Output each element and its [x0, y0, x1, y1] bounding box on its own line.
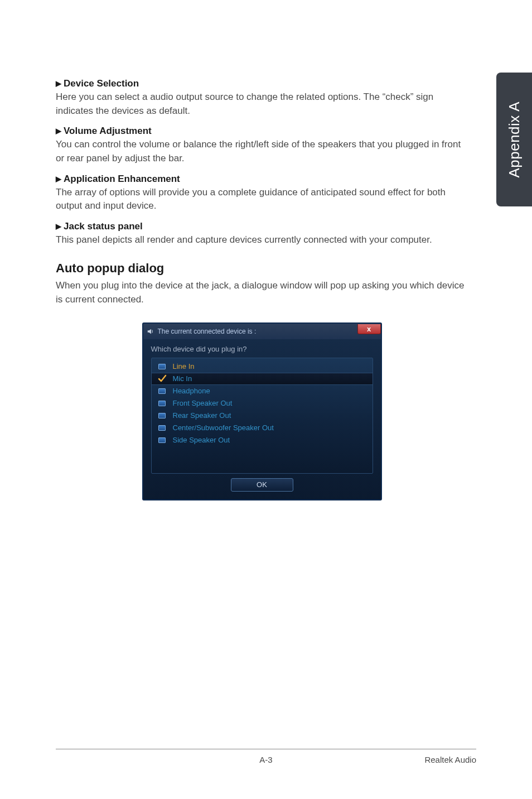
- appendix-side-tab: Appendix A: [496, 73, 532, 206]
- dialog-titlebar: The current connected device is : x: [143, 324, 381, 339]
- close-button[interactable]: x: [357, 324, 381, 334]
- checkmark-icon: [157, 375, 167, 383]
- page-container: Appendix A ▶Device Selection Here you ca…: [0, 0, 532, 799]
- section-body-text: Here you can select a audio output sourc…: [56, 90, 468, 118]
- section-title-text: Jack status panel: [64, 221, 143, 232]
- section-body-text: The array of options will provide you a …: [56, 186, 468, 213]
- dialog-footer: OK: [151, 474, 373, 493]
- unchecked-icon: [157, 363, 167, 370]
- unchecked-icon: [157, 412, 167, 420]
- section-title-text: Device Selection: [64, 78, 139, 89]
- device-row[interactable]: Mic In: [152, 373, 373, 385]
- content-area: ▶Device Selection Here you can select a …: [0, 0, 532, 500]
- device-row[interactable]: Center/Subwoofer Speaker Out: [152, 422, 373, 434]
- ok-button[interactable]: OK: [231, 478, 293, 492]
- bullet-icon: ▶: [56, 175, 61, 183]
- device-label: Line In: [173, 362, 195, 370]
- section-jack-status: ▶Jack status panel This panel depicts al…: [56, 221, 468, 247]
- device-row[interactable]: Front Speaker Out: [152, 397, 373, 410]
- section-body-text: You can control the volume or balance th…: [56, 138, 468, 165]
- section-title: ▶Device Selection: [56, 78, 468, 89]
- section-device-selection: ▶Device Selection Here you can select a …: [56, 78, 468, 118]
- device-label: Headphone: [173, 387, 210, 395]
- device-row[interactable]: Side Speaker Out: [152, 434, 373, 446]
- footer-right: Realtek Audio: [424, 755, 476, 764]
- unchecked-icon: [157, 424, 167, 432]
- section-title: ▶Volume Adjustment: [56, 126, 468, 137]
- bullet-icon: ▶: [56, 222, 61, 230]
- ok-button-label: OK: [257, 480, 267, 489]
- close-icon: x: [367, 325, 371, 333]
- section-title: ▶Jack status panel: [56, 221, 468, 232]
- section-title-text: Application Enhancement: [64, 174, 180, 184]
- auto-popup-heading: Auto popup dialog: [56, 261, 468, 276]
- device-row[interactable]: Headphone: [152, 385, 373, 397]
- section-body-text: This panel depicts all render and captur…: [56, 233, 468, 247]
- section-title-text: Volume Adjustment: [64, 126, 152, 136]
- appendix-side-tab-label: Appendix A: [506, 102, 523, 178]
- device-label: Mic In: [173, 374, 192, 383]
- dialog-body: Which device did you plug in? Line InMic…: [143, 339, 381, 499]
- footer-page-number: A-3: [259, 755, 272, 764]
- speaker-icon: [147, 328, 154, 335]
- device-row[interactable]: Rear Speaker Out: [152, 410, 373, 422]
- bullet-icon: ▶: [56, 79, 61, 88]
- device-dialog: The current connected device is : x Whic…: [142, 323, 382, 500]
- device-label: Center/Subwoofer Speaker Out: [173, 423, 274, 432]
- unchecked-icon: [157, 387, 167, 395]
- unchecked-icon: [157, 399, 167, 407]
- page-footer: A-3 Realtek Audio: [56, 749, 476, 764]
- device-list: Line InMic InHeadphoneFront Speaker OutR…: [151, 358, 373, 474]
- device-label: Side Speaker Out: [173, 436, 230, 444]
- section-volume-adjustment: ▶Volume Adjustment You can control the v…: [56, 126, 468, 165]
- section-title: ▶Application Enhancement: [56, 174, 468, 185]
- auto-popup-body: When you plug into the device at the jac…: [56, 279, 468, 306]
- dialog-screenshot: The current connected device is : x Whic…: [142, 323, 382, 500]
- dialog-prompt: Which device did you plug in?: [151, 345, 373, 353]
- device-label: Front Speaker Out: [173, 399, 233, 407]
- device-label: Rear Speaker Out: [173, 411, 231, 420]
- unchecked-icon: [157, 436, 167, 444]
- section-application-enhancement: ▶Application Enhancement The array of op…: [56, 174, 468, 213]
- device-row[interactable]: Line In: [152, 360, 373, 373]
- dialog-title-text: The current connected device is :: [158, 328, 257, 335]
- bullet-icon: ▶: [56, 127, 61, 135]
